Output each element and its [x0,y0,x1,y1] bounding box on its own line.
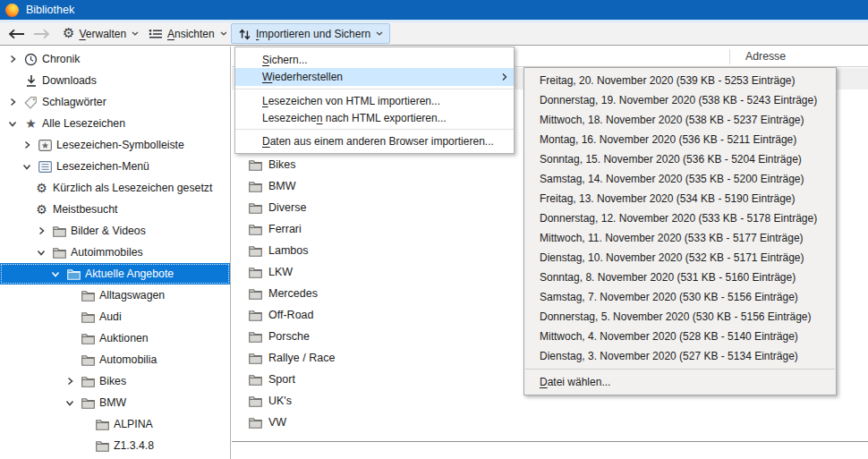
tree-expander-icon[interactable] [34,226,48,235]
tree-item-icon [52,225,67,237]
backup-menu-item[interactable]: Mittwoch, 18. November 2020 (538 KB - 52… [524,110,836,130]
tree-expander-icon[interactable] [5,55,20,64]
list-bottom-divider [232,441,868,442]
backup-menu-item[interactable]: Donnerstag, 19. November 2020 (538 KB - … [524,90,836,110]
sidebar-tree-item[interactable]: Z1.3.4.8 [0,435,230,456]
folder-icon [53,225,66,237]
tree-expander-icon[interactable] [20,140,34,149]
backup-menu-item-label: Mittwoch, 4. November 2020 (528 KB - 514… [540,330,798,343]
tree-item-icon [95,419,110,430]
sidebar-tree-item[interactable]: Lesezeichen-Menü [0,156,230,177]
tree-expander-icon[interactable] [63,399,77,407]
manage-button[interactable]: Verwalten [55,23,146,44]
sidebar-tree-item[interactable]: Kürzlich als Lesezeichen gesetzt [0,177,230,199]
chevron-down-icon [376,31,383,36]
tree-expander-icon[interactable] [48,270,63,278]
back-button[interactable] [5,25,27,43]
sidebar-tree-item[interactable]: Aktuelle Angebote [0,263,230,285]
menu-item-import-browser-data[interactable]: Daten aus einem anderen Browser importie… [235,132,514,149]
tree-expander-icon[interactable] [5,120,20,128]
folder-icon [81,311,95,323]
backup-date-list: Freitag, 20. November 2020 (539 KB - 525… [524,71,836,366]
backup-menu-item[interactable]: Freitag, 20. November 2020 (539 KB - 525… [524,71,836,90]
backup-menu-item-label: Donnerstag, 5. November 2020 (530 KB - 5… [540,310,812,323]
tree-item-label: Downloads [42,74,97,87]
backup-menu-item[interactable]: Mittwoch, 4. November 2020 (528 KB - 514… [524,327,836,346]
folder-row-label: Mercedes [268,287,318,300]
restore-submenu: Freitag, 20. November 2020 (539 KB - 525… [523,67,837,395]
sidebar-tree-item[interactable]: Meistbesucht [0,199,230,220]
folder-icon [249,417,262,429]
sidebar-tree-item[interactable]: ALPINA [0,413,230,435]
sidebar-tree-item[interactable]: Auktionen [0,327,230,349]
backup-menu-item-label: Freitag, 20. November 2020 (539 KB - 525… [540,74,796,87]
sidebar-tree-item[interactable]: Lesezeichen-Symbolleiste [0,134,230,156]
sidebar-tree-item[interactable]: Downloads [0,70,230,91]
tree-expander-icon[interactable] [5,98,20,106]
backup-menu-item-label: Donnerstag, 19. November 2020 (538 KB - … [540,94,817,106]
sidebar-tree-item[interactable]: Audi [0,306,230,327]
folder-row-label: Off-Road [268,309,314,321]
folder-icon [81,290,95,302]
sidebar-tree-item[interactable]: Bikes [0,370,230,392]
menu-item-restore[interactable]: Wiederherstellen [235,68,514,86]
backup-menu-item[interactable]: Sonntag, 15. November 2020 (536 KB - 520… [524,149,836,169]
backup-menu-item[interactable]: Samstag, 14. November 2020 (535 KB - 520… [524,169,836,189]
tree-expander-icon[interactable] [34,249,48,257]
backup-menu-item-label: Mittwoch, 18. November 2020 (538 KB - 52… [540,114,804,126]
sidebar-tree-item[interactable]: Chronik [0,48,230,70]
tree-item-label: Chronik [42,53,80,65]
tree-expander-icon[interactable] [20,163,34,171]
tree-expander-icon[interactable] [63,377,77,386]
sidebar-tree-item[interactable]: Alle Lesezeichen [0,113,230,134]
backup-menu-item-label: Samstag, 7. November 2020 (530 KB - 5156… [540,291,798,303]
submenu-arrow-icon [502,73,507,81]
tree-item-label: Auktionen [99,332,149,344]
tree-item-icon [52,247,67,259]
menu-item-backup[interactable]: Sichern... [235,51,514,68]
backup-menu-item-label: Sonntag, 15. November 2020 (536 KB - 520… [540,153,802,166]
forward-button[interactable] [30,25,52,43]
folder-row-label: Bikes [268,158,296,171]
backup-menu-item[interactable]: Mittwoch, 11. November 2020 (533 KB - 51… [524,228,836,248]
backup-menu-item[interactable]: Dienstag, 10. November 2020 (532 KB - 51… [524,248,836,268]
bookmarks-sidebar: Chronik Downloads [0,47,231,459]
choose-file-menu-item[interactable]: Datei wählen... [524,372,836,392]
column-header-adresse[interactable]: Adresse [745,50,786,63]
folder-row-label: Rallye / Race [268,352,335,364]
backup-menu-item[interactable]: Sonntag, 8. November 2020 (531 KB - 5160… [524,268,836,287]
folder-icon [249,374,262,386]
folder-icon [249,202,262,214]
bookmarks-menu-icon [38,161,52,173]
backup-menu-item[interactable]: Dienstag, 3. November 2020 (527 KB - 513… [524,346,836,366]
tree-item-icon [81,333,96,344]
folder-icon [53,247,66,259]
backup-menu-item[interactable]: Montag, 16. November 2020 (536 KB - 5211… [524,130,836,149]
tree-item-label: Alltagswagen [99,289,165,302]
column-divider[interactable] [729,49,730,64]
folder-row[interactable]: VW [232,412,868,433]
manage-label: Verwalten [79,28,126,40]
sidebar-tree-item[interactable]: Bilder & Videos [0,220,230,242]
sidebar-tree-item[interactable]: Automobilia [0,349,230,370]
folder-icon [249,288,262,300]
backup-menu-item-label: Montag, 16. November 2020 (536 KB - 5211… [540,133,796,146]
sidebar-tree-item[interactable]: Autoimmobiles [0,242,230,263]
backup-menu-item[interactable]: Samstag, 7. November 2020 (530 KB - 5156… [524,287,836,307]
folder-row-label: Diverse [268,201,306,214]
bookmarks-toolbar-icon [38,140,52,151]
folder-icon [96,440,109,452]
sidebar-tree-item[interactable]: Alltagswagen [0,285,230,306]
menu-item-export-html[interactable]: Lesezeichen nach HTML exportieren... [235,109,514,126]
tree-item-label: Bilder & Videos [71,225,146,237]
views-button[interactable]: Ansichten [141,23,234,44]
sidebar-tree-item[interactable]: BMW [0,392,230,413]
backup-menu-item[interactable]: Donnerstag, 12. November 2020 (533 KB - … [524,208,836,228]
sidebar-tree-item[interactable]: Schlagwörter [0,91,230,113]
backup-menu-item[interactable]: Freitag, 13. November 2020 (534 KB - 519… [524,189,836,208]
menu-item-import-html[interactable]: Lesezeichen von HTML importieren... [235,92,514,109]
backup-menu-item[interactable]: Donnerstag, 5. November 2020 (530 KB - 5… [524,307,836,327]
import-backup-button[interactable]: Importieren und Sichern [231,23,390,44]
download-icon [25,74,38,88]
folder-icon [249,331,262,343]
